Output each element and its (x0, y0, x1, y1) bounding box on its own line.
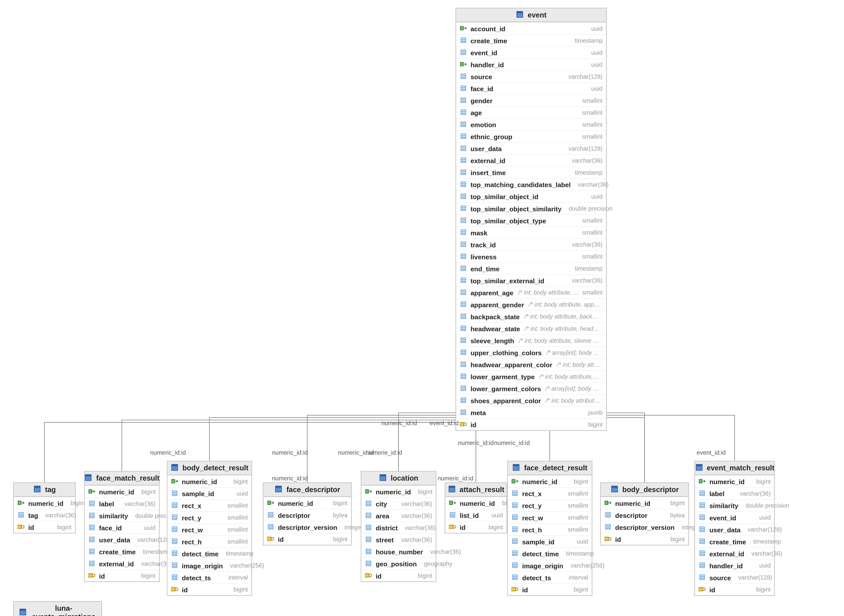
db-column[interactable]: handler_iduuid (695, 559, 774, 571)
db-column[interactable]: user_datavarchar(128) (85, 533, 159, 545)
db-column[interactable]: gendersmallint (456, 94, 606, 106)
db-column[interactable]: livenesssmallint (456, 250, 606, 262)
db-column[interactable]: apparent_age/* int; body attribute, appa… (456, 286, 606, 298)
db-column[interactable]: rect_xsmallint (167, 499, 251, 511)
db-column[interactable]: rect_hsmallint (508, 523, 592, 535)
db-column[interactable]: face_iduuid (456, 82, 606, 94)
db-column[interactable]: similaritydouble precision (85, 509, 159, 521)
db-column[interactable]: numeric_idbigint (85, 485, 159, 497)
db-column[interactable]: external_idvarchar(36) (695, 547, 774, 559)
db-column[interactable]: rect_ysmallint (167, 511, 251, 523)
db-column[interactable]: sourcevarchar(128) (456, 70, 606, 82)
db-column[interactable]: handler_iduuid (456, 58, 606, 70)
db-column[interactable]: create_timetimestamp (85, 545, 159, 557)
db-table-location[interactable]: locationnumeric_idbigintcityvarchar(36)a… (361, 471, 436, 582)
db-column[interactable]: top_similar_external_idvarchar(36) (456, 274, 606, 286)
db-column[interactable]: numeric_idbigint (14, 497, 75, 509)
db-column[interactable]: idbigint (14, 521, 75, 533)
db-column[interactable]: masksmallint (456, 226, 606, 238)
db-table-face_descriptor[interactable]: face_descriptornumeric_idbigintdescripto… (263, 483, 352, 545)
db-column[interactable]: insert_timetimestamp (456, 166, 606, 178)
db-column[interactable]: numeric_idbigint (508, 475, 592, 487)
db-column[interactable]: sleeve_length/* int; body attribute, sle… (456, 334, 606, 346)
db-column[interactable]: descriptor_versioninteger (600, 521, 688, 533)
db-column[interactable]: emotionsmallint (456, 118, 606, 130)
db-column[interactable]: idbigint (508, 583, 592, 595)
db-column[interactable]: user_datavarchar(128) (695, 523, 774, 535)
db-table-body_detect_result[interactable]: body_detect_resultnumeric_idbigintsample… (167, 461, 252, 596)
db-column[interactable]: descriptorbytea (263, 509, 351, 521)
db-column[interactable]: rect_ysmallint (508, 499, 592, 511)
db-table-face_detect_result[interactable]: face_detect_resultnumeric_idbigintrect_x… (507, 461, 592, 596)
db-column[interactable]: account_iduuid (456, 22, 606, 34)
db-column[interactable]: top_similar_object_typesmallint (456, 214, 606, 226)
db-column[interactable]: geo_positiongeography (361, 557, 436, 569)
db-column[interactable]: detect_timetimestamp (508, 547, 592, 559)
db-column[interactable]: cityvarchar(36) (361, 497, 436, 509)
db-column[interactable]: numeric_idbigint (445, 497, 506, 509)
db-table-event_match_result[interactable]: event_match_resultnumeric_idbigintlabelv… (694, 461, 775, 596)
db-column[interactable]: user_datavarchar(128) (456, 142, 606, 154)
db-column[interactable]: top_similar_object_iduuid (456, 190, 606, 202)
db-column[interactable]: top_similar_object_similaritydouble prec… (456, 202, 606, 214)
db-table-event[interactable]: eventaccount_iduuidcreate_timetimestampe… (455, 8, 607, 431)
db-column[interactable]: idbigint (695, 583, 774, 595)
db-column[interactable]: list_iduuid (445, 509, 506, 521)
db-column[interactable]: idbigint (445, 521, 506, 533)
db-column[interactable]: idbigint (361, 569, 436, 581)
db-column[interactable]: sourcevarchar(128) (695, 571, 774, 583)
db-column[interactable]: districtvarchar(36) (361, 521, 436, 533)
db-column[interactable]: idbigint (456, 418, 606, 430)
db-column[interactable]: numeric_idbigint (695, 475, 774, 487)
db-table-attach_result[interactable]: attach_resultnumeric_idbigintlist_iduuid… (445, 483, 507, 533)
db-column[interactable]: numeric_idbigint (167, 475, 251, 487)
db-column[interactable]: image_originvarchar(256) (167, 559, 251, 571)
db-column[interactable]: image_originvarchar(256) (508, 559, 592, 571)
db-column[interactable]: face_iduuid (85, 521, 159, 533)
db-column[interactable]: rect_xsmallint (508, 487, 592, 499)
db-column[interactable]: headwear_apparent_color/* int; body attr… (456, 358, 606, 370)
db-column[interactable]: idbigint (85, 569, 159, 581)
db-column[interactable]: top_matching_candidates_labelvarchar(36) (456, 178, 606, 190)
db-column[interactable]: detect_timetimestamp (167, 547, 251, 559)
db-column[interactable]: create_timetimestamp (456, 34, 606, 46)
db-column[interactable]: rect_hsmallint (167, 535, 251, 547)
db-column[interactable]: labelvarchar(36) (695, 487, 774, 499)
db-column[interactable]: idbigint (167, 583, 251, 595)
db-column[interactable]: metajsonb (456, 406, 606, 418)
db-column[interactable]: idbigint (600, 533, 688, 545)
db-column[interactable]: track_idvarchar(36) (456, 238, 606, 250)
db-column[interactable]: numeric_idbigint (263, 497, 351, 509)
db-column[interactable]: streetvarchar(36) (361, 533, 436, 545)
db-column[interactable]: sample_iduuid (508, 535, 592, 547)
db-column[interactable]: similaritydouble precision (695, 499, 774, 511)
db-column[interactable]: rect_wsmallint (508, 511, 592, 523)
db-column[interactable]: event_iduuid (695, 511, 774, 523)
db-column[interactable]: create_timetimestamp (695, 535, 774, 547)
db-column[interactable]: agesmallint (456, 106, 606, 118)
db-column[interactable]: detect_tsinterval (167, 571, 251, 583)
db-table-face_match_result[interactable]: face_match_resultnumeric_idbigintlabelva… (84, 471, 160, 582)
db-column[interactable]: numeric_idbigint (361, 485, 436, 497)
db-column[interactable]: descriptor_versioninteger (263, 521, 351, 533)
db-column[interactable]: backpack_state/* int; body attribute, ba… (456, 310, 606, 322)
db-column[interactable]: ethnic_groupsmallint (456, 130, 606, 142)
db-column[interactable]: descriptorbytea (600, 509, 688, 521)
db-column[interactable]: house_numbervarchar(36) (361, 545, 436, 557)
db-table-luna_events_migrations[interactable]: luna-events_migrationsversion_numvarchar… (13, 601, 102, 616)
db-column[interactable]: headwear_state/* int; body attribute, he… (456, 322, 606, 334)
db-column[interactable]: rect_wsmallint (167, 523, 251, 535)
db-column[interactable]: external_idvarchar(36) (85, 557, 159, 569)
db-column[interactable]: areavarchar(36) (361, 509, 436, 521)
db-column[interactable]: sample_iduuid (167, 487, 251, 499)
db-column[interactable]: lower_garment_colors/* array[int]; body … (456, 382, 606, 394)
db-column[interactable]: detect_tsinterval (508, 571, 592, 583)
db-column[interactable]: lower_garment_type/* int; body attribute… (456, 370, 606, 382)
db-column[interactable]: apparent_gender/* int; body attribute, a… (456, 298, 606, 310)
db-column[interactable]: shoes_apparent_color/* int; body attribu… (456, 394, 606, 406)
db-table-body_descriptor[interactable]: body_descriptornumeric_idbigintdescripto… (600, 483, 689, 545)
db-column[interactable]: numeric_idbigint (600, 497, 688, 509)
db-column[interactable]: upper_clothing_colors/* array[int]; body… (456, 346, 606, 358)
db-column[interactable]: external_idvarchar(36) (456, 154, 606, 166)
db-column[interactable]: event_iduuid (456, 46, 606, 58)
